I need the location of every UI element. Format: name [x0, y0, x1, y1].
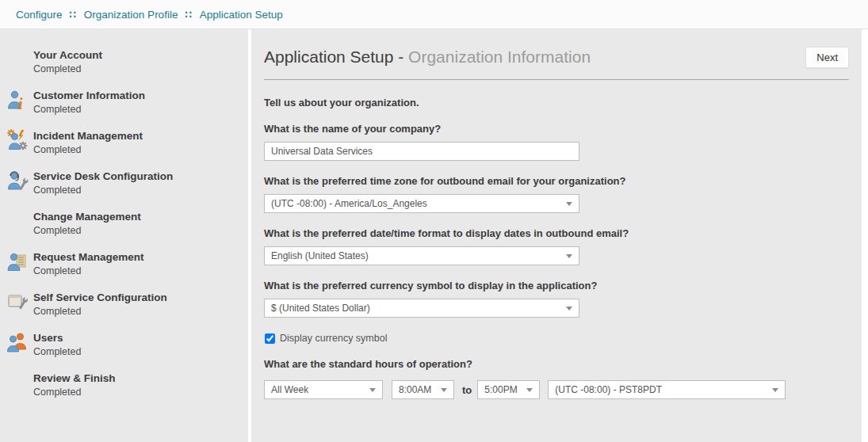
page-title: Application Setup - Organization Informa…: [264, 47, 591, 67]
breadcrumb-configure[interactable]: Configure: [16, 9, 63, 21]
chevron-down-icon: [772, 388, 778, 392]
chevron-down-icon: [526, 388, 533, 392]
step-label: Customer Information: [33, 89, 248, 102]
request-management-icon: [6, 250, 29, 272]
step-status: Completed: [33, 264, 248, 279]
chevron-down-icon: [566, 202, 572, 206]
next-button[interactable]: Next: [805, 47, 849, 68]
svg-text:i: i: [18, 95, 23, 111]
breadcrumb-separator-icon: ∷: [70, 9, 77, 21]
company-name-input[interactable]: [264, 142, 579, 161]
hours-days-select[interactable]: All Week: [264, 380, 383, 399]
datetime-format-select[interactable]: English (United States): [264, 246, 579, 265]
self-service-configuration-icon: [6, 291, 29, 313]
hours-end-selected-value: 5:00PM: [484, 384, 517, 395]
chevron-down-icon: [566, 254, 572, 258]
display-currency-checkbox[interactable]: [265, 333, 275, 344]
sidebar-step-incident-management[interactable]: Incident Management Completed: [0, 129, 248, 158]
hours-end-select[interactable]: 5:00PM: [477, 380, 540, 399]
step-label: Self Service Configuration: [33, 291, 248, 304]
hours-timezone-selected-value: (UTC -08:00) - PST8PDT: [555, 384, 662, 395]
step-label: Users: [33, 331, 248, 345]
step-label: Review & Finish: [33, 372, 248, 385]
chevron-down-icon: [369, 388, 376, 392]
step-status: Completed: [33, 62, 248, 77]
service-desk-configuration-icon: [6, 170, 29, 192]
datetime-format-question: What is the preferred date/time format t…: [264, 227, 849, 239]
step-label: Service Desk Configuration: [33, 170, 248, 183]
step-label: Change Management: [33, 210, 248, 223]
right-gutter: [862, 29, 868, 442]
datetime-format-selected-value: English (United States): [271, 250, 369, 261]
chevron-down-icon: [566, 307, 572, 311]
display-currency-row[interactable]: Display currency symbol: [264, 333, 849, 344]
step-status: Completed: [33, 183, 248, 198]
users-icon: [6, 331, 29, 353]
currency-selected-value: $ (United States Dollar): [271, 303, 370, 314]
sidebar-step-request-management[interactable]: Request Management Completed: [0, 250, 248, 279]
sidebar-step-change-management[interactable]: Change Management Completed: [0, 210, 248, 238]
step-label: Your Account: [33, 48, 248, 62]
step-status: Completed: [33, 385, 248, 400]
hours-timezone-select[interactable]: (UTC -08:00) - PST8PDT: [548, 380, 786, 399]
incident-management-icon: [6, 129, 29, 151]
step-status: Completed: [33, 102, 248, 117]
step-label: Request Management: [33, 250, 248, 264]
sidebar-step-users[interactable]: Users Completed: [0, 331, 248, 360]
hours-start-select[interactable]: 8:00AM: [392, 380, 454, 399]
step-status: Completed: [33, 345, 248, 360]
sidebar-step-customer-information[interactable]: i Customer Information Completed: [0, 89, 248, 117]
step-status: Completed: [33, 304, 248, 319]
step-status: Completed: [33, 143, 248, 158]
timezone-question: What is the preferred time zone for outb…: [264, 175, 849, 187]
hours-start-selected-value: 8:00AM: [399, 384, 431, 395]
sidebar-step-review-finish[interactable]: Review & Finish Completed: [0, 372, 248, 400]
hours-to-label: to: [462, 384, 472, 396]
breadcrumb-separator-icon: ∷: [185, 9, 192, 21]
hours-days-selected-value: All Week: [271, 384, 308, 395]
page-title-primary: Application Setup -: [264, 48, 408, 66]
page-title-secondary: Organization Information: [408, 48, 591, 66]
timezone-select[interactable]: (UTC -08:00) - America/Los_Angeles: [264, 194, 579, 213]
timezone-selected-value: (UTC -08:00) - America/Los_Angeles: [271, 198, 427, 209]
hours-row: All Week 8:00AM to 5:00PM (UTC -08:00) -…: [264, 380, 849, 399]
breadcrumb-application-setup[interactable]: Application Setup: [200, 9, 283, 21]
currency-question: What is the preferred currency symbol to…: [264, 280, 849, 291]
sidebar-step-service-desk-configuration[interactable]: Service Desk Configuration Completed: [0, 170, 248, 198]
step-label: Incident Management: [33, 129, 248, 143]
content-area: Your Account Completed i Customer Inform…: [0, 29, 868, 442]
breadcrumb-organization-profile[interactable]: Organization Profile: [84, 9, 178, 21]
currency-select[interactable]: $ (United States Dollar): [264, 299, 579, 318]
sidebar-step-your-account[interactable]: Your Account Completed: [0, 48, 248, 77]
breadcrumb: Configure ∷ Organization Profile ∷ Appli…: [0, 0, 868, 29]
company-name-question: What is the name of your company?: [264, 123, 849, 135]
intro-text: Tell us about your organization.: [264, 97, 849, 109]
sidebar-step-self-service-configuration[interactable]: Self Service Configuration Completed: [0, 291, 248, 319]
step-status: Completed: [33, 223, 248, 238]
panel-header: Application Setup - Organization Informa…: [264, 29, 849, 68]
chevron-down-icon: [441, 388, 447, 392]
display-currency-label: Display currency symbol: [280, 333, 387, 344]
customer-information-icon: i: [6, 89, 29, 111]
setup-steps-sidebar: Your Account Completed i Customer Inform…: [0, 29, 248, 442]
header-divider: [264, 79, 849, 80]
hours-question: What are the standard hours of operation…: [264, 358, 849, 370]
application-setup-panel: Application Setup - Organization Informa…: [251, 29, 862, 442]
